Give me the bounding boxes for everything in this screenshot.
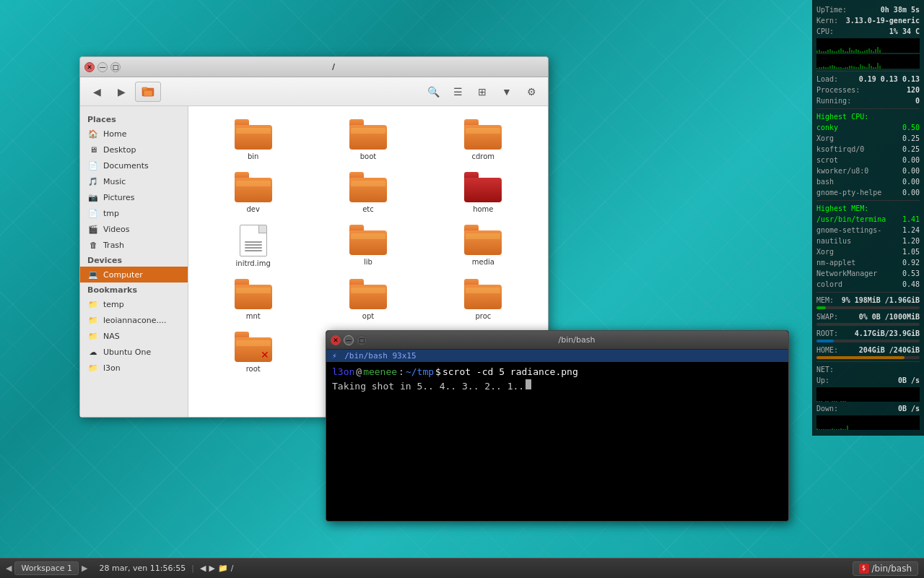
sidebar-item-documents[interactable]: 📄 Documents xyxy=(80,158,188,173)
sort-button[interactable]: ▼ xyxy=(496,82,518,102)
terminal-header-icon: ⚡ xyxy=(332,351,337,361)
file-item-root[interactable]: ✕ root xyxy=(196,326,310,379)
workspace-next-button[interactable]: ▶ xyxy=(82,564,87,573)
file-item-cdrom[interactable]: cdrom xyxy=(426,113,541,166)
file-item-opt[interactable]: opt xyxy=(310,273,425,326)
mem-bar-outer xyxy=(816,306,920,309)
file-item-proc[interactable]: proc xyxy=(426,273,541,326)
search-button[interactable]: 🔍 xyxy=(422,82,444,102)
l3on-icon: 📁 xyxy=(87,362,99,374)
home-val: 204GiB /240GiB xyxy=(859,345,920,355)
window-minimize-button[interactable]: — xyxy=(97,62,108,72)
sidebar-item-trash-label: Trash xyxy=(103,241,124,250)
home-icon: 🏠 xyxy=(87,128,99,139)
sidebar-item-music[interactable]: 🎵 Music xyxy=(80,173,188,189)
file-item-initrd[interactable]: initrd.img xyxy=(196,219,310,273)
sidebar-item-l3on[interactable]: 📁 l3on xyxy=(80,360,188,376)
file-item-mnt[interactable]: mnt xyxy=(196,273,310,326)
file-item-home[interactable]: home xyxy=(426,166,541,219)
sidebar-item-computer-label: Computer xyxy=(103,270,143,280)
folder-icon-root: ✕ xyxy=(235,332,272,362)
taskbar-nav-prev[interactable]: ◀ xyxy=(200,564,206,573)
cpu-proc-row: ksoftirqd/00.25 xyxy=(816,144,920,155)
list-view-button[interactable]: ☰ xyxy=(447,82,468,102)
terminal-body[interactable]: l3on@meenee : ~/tmp $ scrot -cd 5 radian… xyxy=(326,362,788,521)
terminal-cursor xyxy=(526,379,531,389)
folder-path-icon xyxy=(141,85,154,98)
sidebar-item-documents-label: Documents xyxy=(103,161,149,171)
cpu-label: CPU: xyxy=(816,26,834,37)
taskbar-terminal-app[interactable]: $ /bin/bash xyxy=(853,561,918,576)
terminal-header-text: /bin/bash 93x15 xyxy=(344,351,416,361)
leoiannacone-icon: 📁 xyxy=(87,314,99,326)
sidebar-item-trash[interactable]: 🗑 Trash xyxy=(80,237,188,253)
folder-icon-proc xyxy=(464,279,502,309)
back-button[interactable]: ◀ xyxy=(86,82,108,102)
file-item-media[interactable]: media xyxy=(426,219,541,273)
cpu-procs-list: conky0.50Xorg0.25ksoftirqd/00.25scrot0.0… xyxy=(816,122,920,198)
taskbar-nav-next[interactable]: ▶ xyxy=(209,564,214,573)
sidebar-item-pictures[interactable]: 📷 Pictures xyxy=(80,189,188,205)
sidebar-item-leoiannacone[interactable]: 📁 leoiannacone.... xyxy=(80,312,188,328)
file-item-bin[interactable]: bin xyxy=(196,113,310,166)
taskbar-center: 28 mar, ven 11:56:55 | ◀ ▶ 📁 / xyxy=(94,564,847,573)
mem-proc-row: colord0.48 xyxy=(816,279,920,290)
sidebar-item-videos[interactable]: 🎬 Videos xyxy=(80,221,188,237)
svg-rect-1 xyxy=(142,87,147,90)
folder-icon-etc xyxy=(349,172,387,202)
sidebar-item-home[interactable]: 🏠 Home xyxy=(80,126,188,142)
sidebar-item-computer[interactable]: 💻 Computer xyxy=(80,267,188,282)
terminal-third-button[interactable]: □ xyxy=(357,335,367,345)
net-label: NET: xyxy=(816,364,834,375)
file-item-dev[interactable]: dev xyxy=(196,166,310,219)
file-name-opt: opt xyxy=(362,312,374,320)
music-icon: 🎵 xyxy=(87,176,99,187)
terminal-output-line: Taking shot in 5.. 4.. 3.. 2.. 1.. xyxy=(332,379,783,394)
taskbar: ◀ Workspace 1 ▶ 28 mar, ven 11:56:55 | ◀… xyxy=(0,558,924,578)
file-name-bin: bin xyxy=(248,152,258,160)
file-name-dev: dev xyxy=(246,205,259,213)
file-name-root: root xyxy=(246,365,261,373)
terminal-user: l3on xyxy=(332,365,354,379)
home-bar xyxy=(816,356,905,359)
settings-button[interactable]: ⚙ xyxy=(520,82,542,102)
kern-val: 3.13.0-19-generic xyxy=(846,15,920,26)
home-bar-outer xyxy=(816,356,920,359)
sidebar-item-videos-label: Videos xyxy=(103,225,130,234)
terminal-window: ✕ — □ /bin/bash ⚡ /bin/bash 93x15 l3on@m… xyxy=(326,330,789,522)
file-manager-titlebar: ✕ — □ / xyxy=(80,57,548,77)
pictures-icon: 📷 xyxy=(87,191,99,203)
folder-icon-media xyxy=(464,225,502,255)
up-val: 0B /s xyxy=(898,375,920,386)
file-item-boot[interactable]: boot xyxy=(310,113,425,166)
terminal-close-button[interactable]: ✕ xyxy=(331,335,341,345)
workspace-label[interactable]: Workspace 1 xyxy=(14,561,79,575)
forward-button[interactable]: ▶ xyxy=(110,82,132,102)
path-button[interactable] xyxy=(135,82,161,102)
sidebar-item-desktop[interactable]: 🖥 Desktop xyxy=(80,142,188,158)
sidebar-item-temp[interactable]: 📁 temp xyxy=(80,296,188,312)
load-label: Load: xyxy=(816,74,838,85)
workspace-prev-button[interactable]: ◀ xyxy=(6,564,12,573)
file-manager-toolbar: ◀ ▶ 🔍 ☰ ⊞ ▼ ⚙ xyxy=(80,77,548,106)
down-val: 0B /s xyxy=(898,403,920,414)
sidebar-item-tmp[interactable]: 📄 tmp xyxy=(80,205,188,221)
sidebar-item-nas[interactable]: 📁 NAS xyxy=(80,328,188,344)
mem-proc-row: NetworkManager0.53 xyxy=(816,268,920,279)
sidebar-item-nas-label: NAS xyxy=(103,332,120,341)
trash-icon: 🗑 xyxy=(87,239,99,251)
processes-label: Processes: xyxy=(816,85,860,95)
file-item-lib[interactable]: lib xyxy=(310,219,425,273)
root-val: 4.17GiB/23.9GiB xyxy=(855,328,920,339)
folder-icon-mnt xyxy=(235,279,272,309)
file-item-etc[interactable]: etc xyxy=(310,166,425,219)
terminal-minimize-button[interactable]: — xyxy=(344,335,354,345)
window-maximize-button[interactable]: □ xyxy=(110,62,121,72)
grid-view-button[interactable]: ⊞ xyxy=(471,82,493,102)
mem-procs-list: /usr/bin/termina1.41gnome-settings-1.24n… xyxy=(816,214,920,290)
mem-proc-row: gnome-settings-1.24 xyxy=(816,225,920,236)
mem-proc-row: nautilus1.20 xyxy=(816,236,920,246)
down-label: Down: xyxy=(816,403,838,414)
sidebar-item-ubuntu-one[interactable]: ☁ Ubuntu One xyxy=(80,344,188,360)
window-close-button[interactable]: ✕ xyxy=(84,62,95,72)
